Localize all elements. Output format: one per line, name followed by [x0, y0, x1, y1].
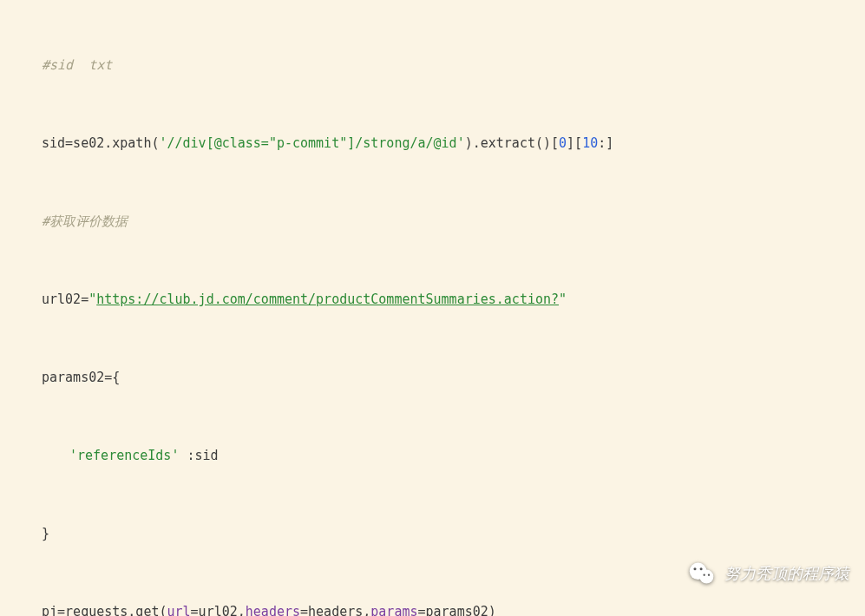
code-line: #sid txt [7, 52, 865, 78]
url-literal: https://club.jd.com/comment/productComme… [96, 292, 559, 307]
comment-text: #sid txt [42, 57, 112, 73]
code-line: sid=se02.xpath('//div[@class="p-commit"]… [7, 130, 865, 156]
code-block: #sid txt sid=se02.xpath('//div[@class="p… [0, 0, 865, 616]
code-line: #获取评价数据 [7, 208, 865, 234]
comment-text: #获取评价数据 [42, 213, 128, 229]
code-line: params02={ [7, 364, 865, 390]
code-line: 'referenceIds' :sid [7, 442, 865, 469]
code-line: pj=requests.get(url=url02,headers=header… [7, 599, 865, 616]
code-line: url02="https://club.jd.com/comment/produ… [7, 286, 865, 312]
code-line: } [7, 521, 865, 547]
line-gutter [0, 0, 29, 616]
